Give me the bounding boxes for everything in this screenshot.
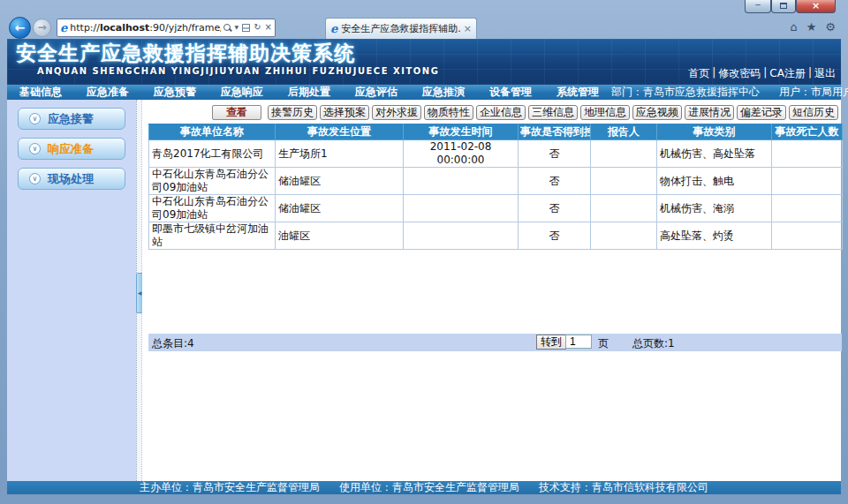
external-aid-button[interactable]: 对外求援 [372,105,421,120]
progress-button[interactable]: 进展情况 [685,105,734,120]
system-title: 安全生产应急救援指挥辅助决策系统 [16,40,355,67]
tab-close-icon[interactable]: × [464,24,472,34]
cell-deaths [772,195,843,222]
table-row[interactable]: 中石化山东青岛石油分公司09加油站 储油罐区 否 机械伤害、淹溺 [149,195,843,222]
department-label: 部门：青岛市应急救援指挥中心 [611,85,760,100]
table-row[interactable]: 即墨市七级镇中岔河加油站 油罐区 否 高处坠落、灼烫 [149,222,843,250]
link-separator: | [808,66,812,81]
cell-category: 机械伤害、淹溺 [657,195,772,222]
cell-reporter [591,195,657,222]
cell-deaths [772,168,843,195]
minimize-button[interactable]: ─ [745,0,771,13]
goto-page-button[interactable]: 转到 [536,335,566,350]
footer-organizer: 主办单位：青岛市安全生产监督管理局 [140,480,320,495]
home-icon[interactable]: ⌂ [790,20,797,34]
cell-category: 高处坠落、灼烫 [657,222,772,250]
stop-icon[interactable]: × [265,23,272,32]
total-pages-label: 总页数:1 [632,336,675,351]
chevron-down-icon: ∨ [29,143,41,154]
menu-emergency-evaluation[interactable]: 应急评估 [343,85,410,100]
table-row[interactable]: 青岛2017化工有限公司 生产场所1 2011-02-08 00:00:00 否… [149,140,843,168]
forward-button[interactable]: → [33,19,51,37]
page-suffix-label: 页 [598,336,609,351]
sidebar-divider: ◀ [136,100,142,481]
cell-time [404,195,519,222]
maximize-button[interactable] [771,0,796,13]
sidebar: ∨ 应急接警 ∨ 响应准备 ∨ 现场处理 [7,100,136,481]
user-label: 用户：市局用户 [779,85,848,100]
sidebar-item-scene-handling[interactable]: ∨ 现场处理 [18,168,125,190]
link-change-password[interactable]: 修改密码 [718,66,761,81]
cell-unit-name: 青岛2017化工有限公司 [149,140,276,168]
alarm-history-button[interactable]: 接警历史 [268,105,317,120]
cell-reporter [591,140,657,168]
col-time: 事故发生时间 [404,124,519,140]
cell-location: 生产场所1 [276,140,404,168]
ie-icon: e [60,22,67,34]
menu-equipment-management[interactable]: 设备管理 [477,85,544,100]
main-panel: 查看 接警历史 选择预案 对外求援 物质特性 企业信息 三维信息 地理信息 应急… [142,100,841,481]
cell-deaths [772,140,843,168]
cell-unit-name: 即墨市七级镇中岔河加油站 [149,222,276,250]
browser-navbar: ← → e http://localhost:90/yjzh/frame/hom… [7,16,841,39]
cell-unit-name: 中石化山东青岛石油分公司09加油站 [149,168,276,195]
favorites-icon[interactable]: ★ [806,20,817,34]
page-header: 安全生产应急救援指挥辅助决策系统 ANQUAN SHENGCHAN YINGJI… [7,39,841,85]
compatibility-view-icon[interactable] [242,24,250,32]
cell-location: 储油罐区 [276,168,404,195]
sidebar-item-label: 现场处理 [48,171,94,187]
menu-emergency-drill[interactable]: 应急推演 [410,85,477,100]
sidebar-item-label: 响应准备 [48,141,94,157]
menu-system-management[interactable]: 系统管理 [544,85,611,100]
cell-category: 物体打击、触电 [657,168,772,195]
menu-basic-info[interactable]: 基础信息 [7,85,74,100]
back-button[interactable]: ← [9,17,31,39]
page-number-input[interactable] [565,335,592,349]
search-dropdown-icon[interactable]: ▼ [235,25,239,30]
view-button[interactable]: 查看 [212,105,261,120]
cell-controlled: 否 [519,140,591,168]
cell-controlled: 否 [519,195,591,222]
url-field[interactable]: http://localhost:90/yjzh/frame/homepage.… [70,22,220,34]
cell-reporter [591,222,657,250]
browser-tab[interactable]: e 安全生产应急救援指挥辅助... × [325,18,477,39]
col-category: 事故类别 [657,124,772,140]
sidebar-item-response-preparation[interactable]: ∨ 响应准备 [18,138,125,160]
menu-post-disposal[interactable]: 后期处置 [276,85,343,100]
table-row[interactable]: 中石化山东青岛石油分公司09加油站 储油罐区 否 物体打击、触电 [149,168,843,195]
cell-deaths [772,222,843,250]
toolbar: 查看 接警历史 选择预案 对外求援 物质特性 企业信息 三维信息 地理信息 应急… [212,105,838,120]
menu-emergency-response[interactable]: 应急响应 [208,85,276,100]
col-unit-name: 事故单位名称 [149,124,276,140]
col-reporter: 报告人 [591,124,657,140]
cell-controlled: 否 [519,168,591,195]
close-button[interactable]: × [796,0,836,13]
menu-emergency-preparation[interactable]: 应急准备 [74,85,141,100]
menu-emergency-warning[interactable]: 应急预警 [141,85,208,100]
deviation-record-button[interactable]: 偏差记录 [737,105,786,120]
cell-controlled: 否 [519,222,591,250]
search-icon[interactable] [223,24,231,32]
link-ca-register[interactable]: CA注册 [769,66,806,81]
col-deaths: 事故死亡人数 [772,124,843,140]
link-logout[interactable]: 退出 [814,66,836,81]
cell-time [404,168,519,195]
geographic-info-button[interactable]: 地理信息 [580,105,630,120]
three-d-info-button[interactable]: 三维信息 [528,105,578,120]
main-menubar: 基础信息 应急准备 应急预警 应急响应 后期处置 应急评估 应急推演 设备管理 … [7,85,841,100]
sms-history-button[interactable]: 短信历史 [789,105,838,120]
emergency-video-button[interactable]: 应急视频 [632,105,682,120]
col-location: 事故发生位置 [276,124,404,140]
material-property-button[interactable]: 物质特性 [424,105,473,120]
settings-gear-icon[interactable]: ⚙ [825,20,836,34]
refresh-icon[interactable]: ↻ [254,23,261,32]
header-links: 首页 | 修改密码 | CA注册 | 退出 [688,66,836,81]
address-bar[interactable]: e http://localhost:90/yjzh/frame/homepag… [57,19,276,37]
link-home[interactable]: 首页 [688,66,709,81]
enterprise-info-button[interactable]: 企业信息 [476,105,526,120]
chevron-down-icon: ∨ [29,113,41,124]
sidebar-item-emergency-call[interactable]: ∨ 应急接警 [18,108,125,130]
select-plan-button[interactable]: 选择预案 [320,105,369,120]
cell-location: 储油罐区 [276,195,404,222]
tab-ie-icon: e [330,23,337,34]
